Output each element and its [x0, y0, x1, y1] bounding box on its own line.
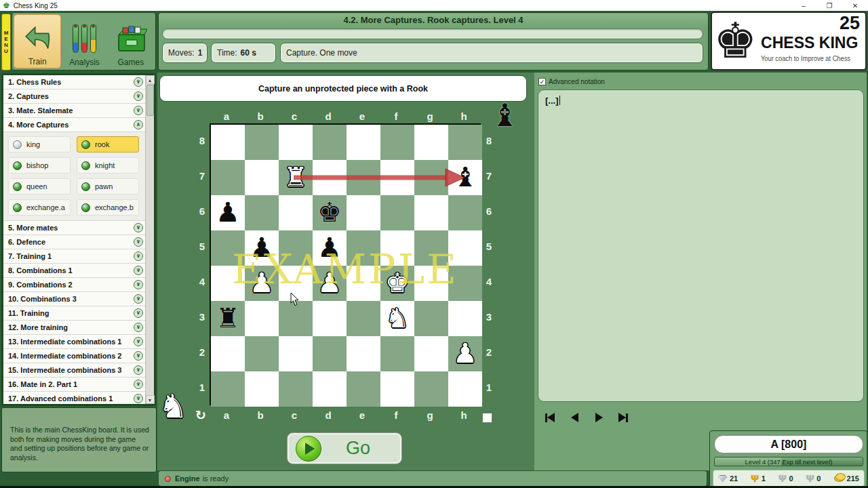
- sidebar-subitem-king[interactable]: king: [8, 136, 71, 152]
- scroll-down-icon[interactable]: ▼: [146, 395, 155, 404]
- stat-value: 0: [816, 474, 821, 483]
- sidebar-item[interactable]: 9. Combinations 2∨: [3, 278, 145, 292]
- side-to-move-indicator: [482, 413, 492, 423]
- sidebar-item[interactable]: 2. Captures∨: [3, 89, 145, 104]
- sidebar-item-label: 3. Mate. Stalemate: [8, 106, 134, 115]
- sidebar-item[interactable]: 15. Intermediate combinations 3∨: [3, 363, 145, 378]
- sidebar-item[interactable]: 3. Mate. Stalemate∨: [3, 104, 145, 118]
- chevron-down-icon[interactable]: ∨: [134, 223, 143, 232]
- rank-label: 6: [197, 194, 208, 229]
- chevron-down-icon[interactable]: ∨: [134, 308, 143, 318]
- chevron-down-icon[interactable]: ∨: [134, 365, 143, 375]
- chevron-down-icon[interactable]: ∨: [134, 351, 143, 361]
- sidebar-item-label: 6. Defence: [8, 238, 134, 246]
- sidebar-item[interactable]: 14. Intermediate combinations 2∨: [3, 349, 145, 363]
- toolbar-button-train[interactable]: Train: [14, 14, 61, 68]
- chess-board[interactable]: EXAMPLE ♜♝♟♚♟♟♟♟♚♜♞♟: [210, 123, 481, 405]
- sidebar-item-label: 15. Intermediate combinations 3: [8, 366, 134, 374]
- sidebar-subitem-rook[interactable]: rook: [77, 136, 139, 152]
- sidebar-scrollbar[interactable]: ▲ ▼: [145, 75, 154, 404]
- sidebar-subitem-exchangeb[interactable]: exchange.b: [77, 199, 139, 216]
- rank-label: 8: [197, 123, 208, 159]
- corner-knight-icon: ♞: [159, 388, 188, 424]
- chevron-down-icon[interactable]: ∨: [134, 237, 143, 247]
- toolbar-button-label: Analysis: [69, 58, 100, 67]
- sidebar-item-label: 7. Training 1: [8, 252, 134, 260]
- progress-sphere-icon: [13, 203, 22, 212]
- sidebar-subitem-exchangea[interactable]: exchange.a: [8, 199, 71, 216]
- rank-label: 7: [484, 159, 494, 194]
- sidebar-item[interactable]: 1. Chess Rules∨: [3, 75, 145, 89]
- chevron-up-icon[interactable]: ∧: [134, 120, 143, 129]
- maximize-button[interactable]: ❐: [816, 2, 842, 9]
- level-progress-text: Level 4 (347 Exp till next level): [715, 458, 863, 466]
- go-button[interactable]: Go: [287, 432, 402, 464]
- sidebar-item[interactable]: 16. Mate in 2. Part 1∨: [3, 378, 145, 392]
- chevron-down-icon[interactable]: ∨: [134, 266, 143, 275]
- sidebar-item[interactable]: 13. Intermediate combinations 1∨: [3, 335, 145, 349]
- sidebar-item[interactable]: 5. More mates∨: [3, 221, 145, 235]
- file-label: e: [345, 409, 379, 422]
- sidebar-subitem-label: pawn: [95, 182, 113, 190]
- logo-tagline: Your coach to Improve at Chess: [761, 55, 861, 62]
- engine-status-icon: [165, 476, 171, 482]
- sidebar-item[interactable]: 17. Advanced combinations 1∨: [3, 392, 145, 404]
- chevron-down-icon[interactable]: ∨: [134, 380, 143, 389]
- menu-letter: N: [4, 42, 8, 48]
- back-arrow-icon: [24, 20, 51, 56]
- file-label: b: [243, 409, 277, 422]
- card-box-icon: [115, 21, 147, 56]
- scroll-up-icon[interactable]: ▲: [146, 75, 155, 84]
- rank-label: 5: [197, 229, 208, 264]
- file-labels-bottom: abcdefgh: [210, 409, 481, 422]
- sidebar-item[interactable]: 11. Training∨: [3, 306, 145, 321]
- time-label: Time:: [217, 48, 237, 58]
- scrollbar-thumb[interactable]: [146, 85, 154, 116]
- sidebar-subitem-bishop[interactable]: bishop: [8, 157, 71, 174]
- chevron-down-icon[interactable]: ∨: [134, 92, 143, 101]
- toolbar-button-analysis[interactable]: Analysis: [61, 14, 107, 68]
- next-move-button[interactable]: [591, 411, 606, 424]
- sidebar-item[interactable]: 8. Combinations 1∨: [3, 264, 145, 278]
- progress-sphere-icon: [81, 140, 90, 149]
- sidebar-item[interactable]: 12. More training∨: [3, 321, 145, 335]
- sidebar-item[interactable]: 7. Training 1∨: [3, 249, 145, 264]
- chevron-down-icon[interactable]: ∨: [134, 394, 143, 403]
- sidebar-subitem-queen[interactable]: queen: [8, 178, 71, 195]
- sidebar-item[interactable]: 10. Combinations 3∨: [3, 292, 145, 306]
- toolbar-button-games[interactable]: Games: [108, 14, 154, 68]
- sidebar-item[interactable]: 6. Defence∨: [3, 235, 145, 249]
- sidebar-subitem-knight[interactable]: knight: [77, 157, 139, 174]
- app-icon: ♚: [3, 1, 10, 10]
- file-label: c: [277, 409, 311, 422]
- chevron-down-icon[interactable]: ∨: [134, 77, 143, 87]
- rank-label: 4: [197, 264, 208, 300]
- sidebar-item-label: 12. More training: [8, 323, 134, 331]
- chevron-down-icon[interactable]: ∨: [134, 106, 143, 115]
- notation-area[interactable]: [...]: [538, 89, 864, 402]
- chevron-down-icon[interactable]: ∨: [134, 294, 143, 304]
- sidebar-subitem-label: exchange.b: [95, 203, 134, 211]
- file-label: f: [379, 110, 413, 123]
- sidebar-item-label: 13. Intermediate combinations 1: [8, 338, 134, 346]
- chevron-down-icon[interactable]: ∨: [134, 323, 143, 332]
- sidebar-subitem-pawn[interactable]: pawn: [77, 178, 139, 195]
- last-move-button[interactable]: [616, 411, 631, 424]
- file-label: g: [413, 110, 447, 123]
- chevron-down-icon[interactable]: ∨: [134, 337, 143, 346]
- close-button[interactable]: ✕: [842, 2, 868, 9]
- sidebar-item[interactable]: 4. More Captures∧: [3, 118, 145, 132]
- chevron-down-icon[interactable]: ∨: [134, 251, 143, 261]
- previous-move-button[interactable]: [567, 411, 582, 424]
- chevron-down-icon[interactable]: ∨: [134, 280, 143, 289]
- first-move-button[interactable]: [542, 411, 557, 424]
- flip-board-icon[interactable]: ↻: [195, 407, 206, 423]
- sidebar-subgrid: kingrookbishopknightqueenpawnexchange.ae…: [3, 132, 145, 221]
- notation-text: [...]: [545, 96, 559, 106]
- go-button-label: Go: [321, 438, 395, 459]
- menu-button[interactable]: MENU: [1, 14, 11, 70]
- title-bar: ♚ Chess King 25 –❐✕: [0, 0, 868, 11]
- advanced-notation-checkbox[interactable]: ✓: [538, 78, 546, 85]
- rank-label: 3: [197, 300, 208, 335]
- minimize-button[interactable]: –: [791, 2, 816, 9]
